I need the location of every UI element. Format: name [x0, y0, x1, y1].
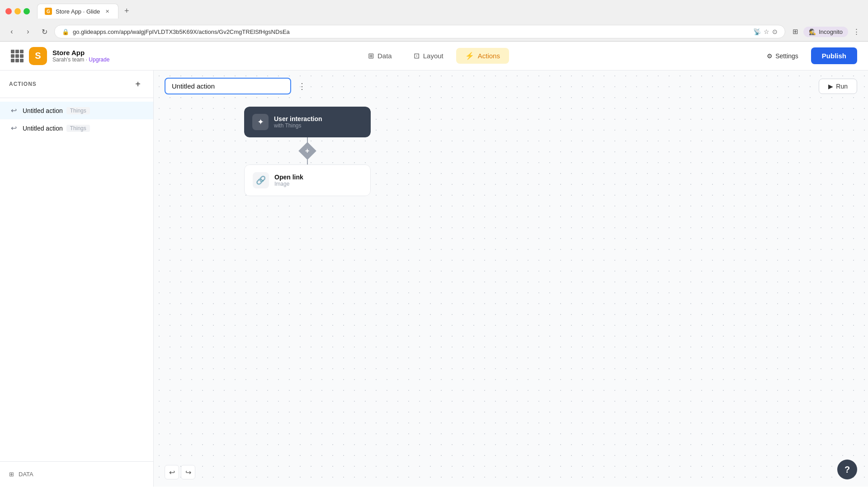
open-link-icon: 🔗	[253, 172, 269, 188]
flow-connector	[307, 137, 308, 164]
settings-icon: ⚙	[767, 52, 773, 60]
close-window-button[interactable]	[5, 8, 12, 14]
chrome-menu-button[interactable]: ⋮	[850, 25, 863, 38]
extension-icon: ⊙	[772, 28, 778, 35]
layout-tab-label: Layout	[423, 52, 443, 60]
settings-label: Settings	[775, 52, 798, 60]
run-button[interactable]: ▶ Run	[819, 79, 857, 94]
canvas-bottombar: ↩ ↪	[165, 465, 195, 479]
sidebar-header: ACTIONS +	[0, 70, 153, 98]
nav-left: S Store App Sarah's team · Upgrade	[11, 47, 146, 65]
incognito-label: Incognito	[819, 28, 843, 35]
browser-tab[interactable]: G Store App · Glide ✕	[37, 4, 118, 19]
app-info: Store App Sarah's team · Upgrade	[52, 49, 109, 63]
nav-right: ⚙ Settings Publish	[722, 47, 857, 64]
cast-icon: 📡	[753, 28, 761, 35]
data-bottom-label: DATA	[19, 471, 33, 478]
canvas-topbar: ⋮ ▶ Run	[154, 70, 868, 102]
open-link-subtitle: Image	[274, 181, 303, 187]
actions-tab-icon: ⚡	[465, 52, 474, 60]
tab-title: Store App · Glide	[56, 8, 100, 15]
action-canvas: ⋮ ▶ Run ✦ User interaction with Things	[154, 70, 868, 487]
publish-button[interactable]: Publish	[811, 47, 857, 64]
sidebar-title: ACTIONS	[9, 81, 37, 87]
nav-center: ⊞ Data ⊡ Layout ⚡ Actions	[146, 48, 722, 64]
action-icon-2: ↩	[9, 124, 18, 132]
sidebar: ACTIONS + ↩ Untitled action Things ↩ Unt…	[0, 70, 154, 487]
action-icon-1: ↩	[9, 106, 18, 115]
layout-tab-icon: ⊡	[414, 52, 420, 60]
settings-button[interactable]: ⚙ Settings	[760, 49, 806, 63]
run-icon: ▶	[828, 83, 833, 90]
data-bottom-link[interactable]: ⊞ DATA	[9, 467, 144, 481]
user-interaction-icon: ✦	[252, 114, 269, 130]
add-step-button[interactable]	[298, 142, 316, 160]
action-tag-2: Things	[66, 125, 90, 132]
tab-layout[interactable]: ⊡ Layout	[405, 48, 453, 64]
actions-tab-label: Actions	[478, 52, 500, 60]
help-icon: ?	[844, 465, 850, 475]
tab-favicon: G	[45, 8, 52, 15]
apps-grid-icon[interactable]	[11, 50, 24, 62]
open-link-title: Open link	[274, 174, 303, 181]
sidebar-item[interactable]: ↩ Untitled action Things	[0, 102, 153, 119]
maximize-window-button[interactable]	[24, 8, 30, 14]
more-options-button[interactable]: ⋮	[295, 79, 309, 94]
tab-actions[interactable]: ⚡ Actions	[456, 48, 509, 64]
tab-close-button[interactable]: ✕	[104, 8, 111, 15]
action-name-2: Untitled action	[23, 125, 63, 132]
top-nav: S Store App Sarah's team · Upgrade ⊞ Dat…	[0, 42, 868, 70]
sidebar-items: ↩ Untitled action Things ↩ Untitled acti…	[0, 98, 153, 461]
url-display: go.glideapps.com/app/walgjFpIVLDTX3b5K69…	[73, 28, 290, 35]
app-team: Sarah's team · Upgrade	[52, 56, 109, 63]
action-name-1: Untitled action	[23, 107, 63, 114]
address-bar[interactable]: 🔒 go.glideapps.com/app/walgjFpIVLDTX3b5K…	[54, 25, 785, 38]
action-name-row: ⋮	[165, 78, 309, 94]
data-tab-icon: ⊞	[368, 52, 374, 60]
minimize-window-button[interactable]	[14, 8, 21, 14]
tab-data[interactable]: ⊞ Data	[359, 48, 401, 64]
action-tag-1: Things	[66, 107, 90, 114]
data-bottom-icon: ⊞	[9, 471, 14, 478]
help-button[interactable]: ?	[837, 460, 857, 479]
flow-container: ✦ User interaction with Things 🔗	[244, 107, 371, 196]
user-interaction-subtitle: with Things	[274, 122, 322, 129]
user-interaction-title: User interaction	[274, 115, 322, 122]
data-tab-label: Data	[377, 52, 392, 60]
action-name-input[interactable]	[165, 78, 291, 94]
redo-button[interactable]: ↪	[181, 465, 195, 479]
forward-button[interactable]: ›	[22, 25, 34, 38]
upgrade-link[interactable]: Upgrade	[89, 56, 109, 63]
run-label: Run	[836, 83, 848, 90]
reload-button[interactable]: ↻	[38, 25, 51, 38]
bookmark-icon: ☆	[764, 28, 769, 35]
app-logo: S	[29, 47, 47, 65]
new-tab-button[interactable]: +	[120, 5, 133, 18]
app-name: Store App	[52, 49, 109, 56]
back-button[interactable]: ‹	[5, 25, 18, 38]
main-content: ACTIONS + ↩ Untitled action Things ↩ Unt…	[0, 70, 868, 487]
add-action-button[interactable]: +	[132, 78, 144, 90]
sidebar-bottom: ⊞ DATA	[0, 461, 153, 487]
incognito-badge: 🕵 Incognito	[803, 27, 848, 37]
extensions-button[interactable]: ⊞	[789, 25, 802, 38]
open-link-node[interactable]: 🔗 Open link Image	[244, 164, 371, 196]
sidebar-item-2[interactable]: ↩ Untitled action Things	[0, 119, 153, 137]
undo-button[interactable]: ↩	[165, 465, 179, 479]
user-interaction-node[interactable]: ✦ User interaction with Things	[244, 107, 371, 137]
